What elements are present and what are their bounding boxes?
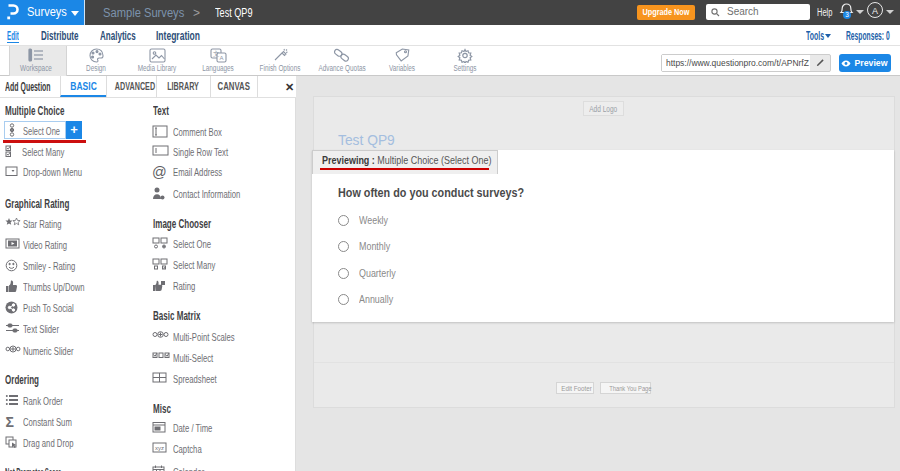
svg-text:@: @ bbox=[152, 165, 167, 179]
svg-text:Σ: Σ bbox=[6, 415, 14, 428]
svg-text:A: A bbox=[219, 55, 223, 61]
svg-text:xyz: xyz bbox=[155, 445, 164, 451]
